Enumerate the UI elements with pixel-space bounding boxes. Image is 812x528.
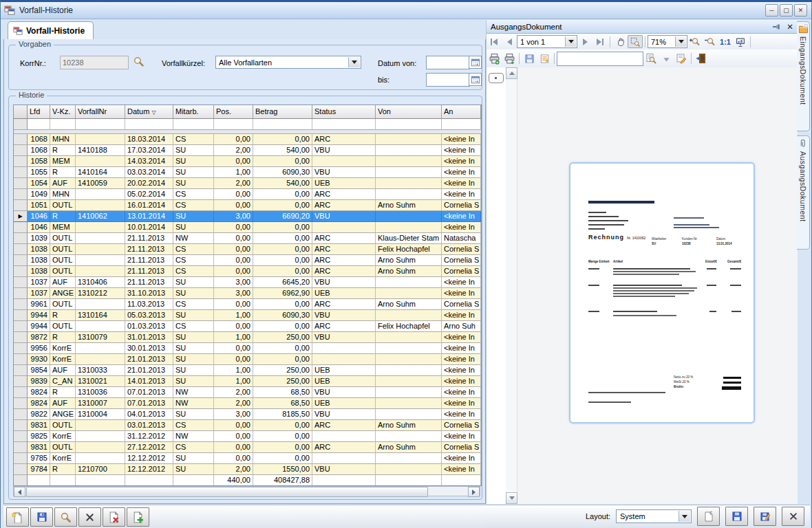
find-icon[interactable] bbox=[643, 52, 659, 65]
filter-cell[interactable] bbox=[28, 119, 50, 130]
bis-calendar-icon[interactable] bbox=[469, 73, 482, 86]
row-marker[interactable] bbox=[14, 453, 28, 464]
filter-cell[interactable] bbox=[50, 119, 76, 130]
table-row[interactable]: 1068R141018817.03.2014SU2,00540,00VBU<ke… bbox=[14, 145, 481, 156]
column-header-lfd[interactable]: Lfd bbox=[28, 105, 50, 119]
table-row[interactable]: 9831OUTL03.01.2013CS0,000,00ARCArno Suhm… bbox=[14, 420, 481, 431]
vorfallkuerzel-select[interactable]: Alle Vorfallarten bbox=[215, 56, 361, 69]
row-marker[interactable] bbox=[14, 376, 28, 387]
row-marker[interactable] bbox=[14, 431, 28, 442]
row-marker[interactable] bbox=[14, 288, 28, 299]
table-row[interactable]: 1038OUTL21.11.2013CS0,000,00ARCFelix Hoc… bbox=[14, 244, 481, 255]
table-row[interactable]: 9825KorrE31.12.2012NW0,000,00<keine In bbox=[14, 431, 481, 442]
table-row[interactable]: 440,00408427,88 bbox=[14, 475, 481, 486]
row-marker[interactable] bbox=[14, 299, 28, 310]
collapse-panel-button[interactable] bbox=[489, 73, 504, 83]
column-header-mitarb[interactable]: Mitarb. bbox=[173, 105, 214, 119]
scroll-right-icon[interactable] bbox=[468, 487, 480, 497]
row-marker[interactable] bbox=[14, 398, 28, 409]
preview-close-icon[interactable]: ✕ bbox=[787, 22, 793, 32]
table-row[interactable]: 1038OUTL21.11.2013CS0,000,00ARCArno Suhm… bbox=[14, 255, 481, 266]
row-marker[interactable] bbox=[14, 233, 28, 244]
sidetab-ausgangsdokument[interactable]: AusgangsDokument bbox=[797, 135, 810, 250]
row-marker[interactable] bbox=[14, 420, 28, 431]
close-button[interactable]: ✕ bbox=[794, 4, 807, 16]
korrnr-input[interactable] bbox=[60, 56, 129, 69]
table-row[interactable]: 1046MEM10.01.2014SU0,000,00<keine In bbox=[14, 222, 481, 233]
table-row[interactable]: 9944OUTL01.03.2013CS0,000,00ARCFelix Hoc… bbox=[14, 321, 481, 332]
marquee-zoom-icon[interactable] bbox=[628, 35, 643, 48]
column-header-status[interactable]: Status bbox=[312, 105, 376, 119]
actual-size-button[interactable]: 1:1 bbox=[718, 35, 733, 48]
horizontal-scrollbar[interactable] bbox=[13, 486, 480, 496]
filter-cell[interactable] bbox=[253, 119, 312, 130]
column-header-pos[interactable]: Pos. bbox=[214, 105, 253, 119]
table-row[interactable]: 1068MHN18.03.2014CS0,000,00ARC<keine In bbox=[14, 134, 481, 145]
table-row[interactable]: 1051OUTL16.01.2014CS0,000,00ARCArno Suhm… bbox=[14, 200, 481, 211]
table-row[interactable]: 1049MHN05.02.2014CS0,000,00ARC<keine In bbox=[14, 189, 481, 200]
save-layout-button[interactable] bbox=[725, 507, 748, 526]
table-row[interactable]: 1037AUF131040621.11.2013SU3,006645,20VBU… bbox=[14, 277, 481, 288]
find-next-icon[interactable] bbox=[659, 52, 674, 65]
column-header-vorfallnr[interactable]: VorfallNr bbox=[76, 105, 125, 119]
filter-cell[interactable] bbox=[125, 119, 173, 130]
korrnr-search-icon[interactable] bbox=[133, 56, 145, 67]
row-marker[interactable] bbox=[14, 266, 28, 277]
scroll-up-icon[interactable] bbox=[506, 67, 517, 79]
next-page-icon[interactable] bbox=[577, 35, 592, 48]
save-document-icon[interactable] bbox=[522, 52, 537, 65]
scroll-down-icon[interactable] bbox=[506, 492, 517, 504]
table-row[interactable]: 9961OUTL11.03.2013CS0,000,00ARCArno Suhm… bbox=[14, 299, 481, 310]
table-row[interactable]: 9785KorrE12.12.2012SU0,000,00<keine In bbox=[14, 453, 481, 464]
table-row[interactable]: 9839C_AN131002114.01.2013SU1,00250,00UEB… bbox=[14, 376, 481, 387]
filter-cell[interactable] bbox=[76, 119, 125, 130]
pan-hand-icon[interactable] bbox=[612, 35, 628, 48]
row-marker[interactable] bbox=[14, 332, 28, 343]
zoom-in-icon[interactable] bbox=[687, 35, 703, 48]
table-row[interactable]: 9824R131003607.01.2013NW2,0068,50VBU<kei… bbox=[14, 387, 481, 398]
row-marker[interactable] bbox=[14, 475, 28, 486]
row-marker[interactable] bbox=[14, 277, 28, 288]
add-button[interactable] bbox=[127, 507, 149, 527]
column-header-betrag[interactable]: Betrag bbox=[253, 105, 312, 119]
row-marker[interactable] bbox=[14, 310, 28, 321]
fit-page-icon[interactable] bbox=[733, 35, 748, 48]
table-row[interactable]: 1058MEM14.03.2014SU0,000,00<keine In bbox=[14, 156, 481, 167]
table-row[interactable]: 9831OUTL27.12.2012CS0,000,00ARCArno Suhm… bbox=[14, 442, 481, 453]
pin-icon[interactable] bbox=[773, 23, 781, 31]
table-row[interactable]: 9822ANGE131000404.01.2013SU3,008185,50VB… bbox=[14, 409, 481, 420]
layout-select[interactable]: System bbox=[616, 509, 692, 523]
table-row[interactable]: 9944R131016405.03.2013SU1,006090,30VBU<k… bbox=[14, 310, 481, 321]
new-layout-button[interactable] bbox=[697, 507, 720, 526]
current-row-marker[interactable]: ▶ bbox=[14, 211, 28, 222]
vertical-scrollbar[interactable] bbox=[506, 67, 517, 504]
previous-page-icon[interactable] bbox=[502, 35, 517, 48]
last-page-icon[interactable] bbox=[592, 35, 608, 48]
row-marker[interactable] bbox=[14, 145, 28, 156]
column-header-vkz[interactable]: V-Kz. bbox=[50, 105, 76, 119]
row-marker[interactable] bbox=[14, 365, 28, 376]
print-icon[interactable] bbox=[487, 52, 502, 65]
close-document-icon[interactable] bbox=[694, 52, 709, 65]
table-row[interactable]: 9854AUF131003321.01.2013SU1,00250,00UEB<… bbox=[14, 365, 481, 376]
search-button[interactable] bbox=[54, 507, 77, 527]
filter-cell[interactable] bbox=[214, 119, 253, 130]
filter-cell[interactable] bbox=[173, 119, 214, 130]
datum-von-calendar-icon[interactable] bbox=[469, 56, 482, 69]
edit-layout-button[interactable] bbox=[754, 507, 776, 526]
row-marker[interactable] bbox=[14, 354, 28, 365]
search-text-input[interactable] bbox=[557, 52, 643, 66]
row-marker[interactable] bbox=[14, 343, 28, 354]
table-row[interactable]: 9824AUF131000707.01.2013NW2,0068,50UEB<k… bbox=[14, 398, 481, 409]
filter-cell[interactable] bbox=[376, 119, 442, 130]
row-marker[interactable] bbox=[14, 387, 28, 398]
zoom-out-icon[interactable] bbox=[703, 35, 718, 48]
tab-vorfall-historie[interactable]: Vorfall-Historie bbox=[8, 21, 94, 39]
filter-cell[interactable] bbox=[442, 119, 481, 130]
table-row[interactable]: 1054AUF141005920.02.2014SU2,00540,00UEB<… bbox=[14, 178, 481, 189]
bis-input[interactable] bbox=[426, 73, 470, 87]
chevron-down-icon[interactable] bbox=[348, 57, 360, 67]
filter-cell[interactable] bbox=[312, 119, 376, 130]
row-marker[interactable] bbox=[14, 167, 28, 178]
print-setup-icon[interactable] bbox=[502, 52, 517, 65]
